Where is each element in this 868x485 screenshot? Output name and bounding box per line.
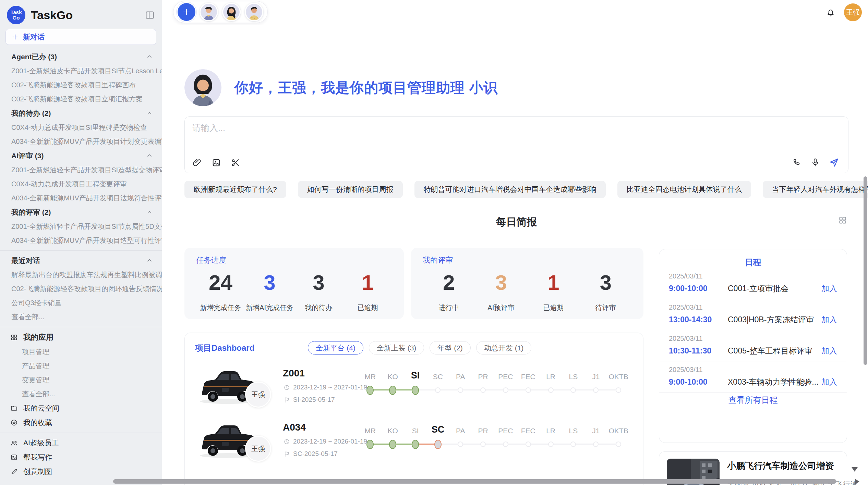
schedule-event: 2025/03/11 10:30-11:30 C005-整车工程目标评审 加入	[659, 330, 847, 361]
divider	[0, 250, 162, 251]
view-all-conversations[interactable]: 查看全部...	[0, 310, 162, 324]
milestone-dot	[503, 387, 508, 393]
section-title: 我的评审 (2)	[11, 208, 146, 217]
briefing-layout-button[interactable]	[838, 216, 847, 225]
milestone-dot	[458, 387, 463, 393]
stat-ai-pre-review: 3 AI预评审	[475, 268, 528, 312]
dashboard-tabs: 全新平台 (4) 全新上装 (3) 年型 (2) 动总开发 (1)	[308, 341, 531, 355]
insert-image-button[interactable]	[212, 158, 221, 167]
milestone-label: KO	[382, 373, 404, 381]
task-item[interactable]: C02-飞腾新能源轻客改款项目里程碑画布	[0, 78, 162, 92]
project-row-z001[interactable]: 王强 Z001 2023-12-19 ~ 2027-01-19 SI-2025-…	[185, 364, 643, 419]
join-link[interactable]: 加入	[821, 314, 837, 325]
event-name: C003|H0B-方案冻结评审	[728, 314, 821, 325]
stat-label: 新增完成任务	[196, 303, 245, 312]
suggestion-chip[interactable]: 比亚迪全固态电池计划具体说了什么	[617, 181, 751, 198]
sidebar-item-help-me-write[interactable]: 帮我写作	[0, 450, 162, 464]
suggestion-chip[interactable]: 欧洲新规最近颁布了什么?	[184, 181, 286, 198]
section-header-agent-done[interactable]: Agent已办 (3)	[0, 50, 162, 64]
voice-call-button[interactable]	[792, 158, 801, 167]
milestone-dot	[593, 442, 599, 447]
join-link[interactable]: 加入	[821, 377, 837, 387]
view-all-schedule-link[interactable]: 查看所有日程	[659, 395, 847, 406]
task-item[interactable]: A034-全新新能源MUV产品开发项目法规符合性评审	[0, 191, 162, 205]
task-item[interactable]: C0X4-动力总成开发项目工程变更评审	[0, 177, 162, 191]
panel-collapse-icon	[145, 10, 155, 20]
stat-label: 已逾期	[527, 303, 580, 312]
section-title: Agent已办 (3)	[11, 52, 146, 62]
milestone-label: PR	[472, 373, 494, 381]
image-icon	[212, 158, 221, 167]
collapse-sidebar-button[interactable]	[145, 10, 155, 20]
tab-new-body[interactable]: 全新上装 (3)	[369, 341, 424, 355]
suggestion-chip[interactable]: 如何写一份清晰的项目周报	[298, 181, 403, 198]
task-item[interactable]: Z001-全新燃油轻卡产品开发项目SI节点属性5D文件评审	[0, 220, 162, 234]
milestone-dot	[593, 387, 599, 393]
milestone-dot-done	[366, 440, 374, 449]
stat-label: 新增AI完成任务	[245, 303, 294, 312]
scroll-down-arrow[interactable]	[852, 467, 858, 472]
notifications-button[interactable]	[825, 7, 836, 17]
section-header-recent-chats[interactable]: 最近对话	[0, 253, 162, 268]
tab-year-model[interactable]: 年型 (2)	[430, 341, 471, 355]
view-all-apps[interactable]: 查看全部...	[0, 387, 162, 401]
sidebar-item-ai-super-staff[interactable]: AI超级员工	[0, 436, 162, 450]
section-header-my-todo[interactable]: 我的待办 (2)	[0, 106, 162, 121]
task-item[interactable]: A034-全新新能源MUV产品开发项目计划变更表编写	[0, 135, 162, 149]
agent-avatar-2[interactable]	[222, 3, 241, 21]
tab-new-platform[interactable]: 全新平台 (4)	[308, 341, 363, 355]
section-header-my-review[interactable]: 我的评审 (2)	[0, 205, 162, 220]
milestone-label: J1	[584, 373, 607, 381]
chat-input[interactable]	[192, 122, 741, 144]
scroll-right-arrow[interactable]	[855, 479, 859, 484]
sidebar-task-lists: Agent已办 (3) Z001-全新燃油皮卡产品开发项目SI节点Lesson …	[0, 50, 162, 248]
task-item[interactable]: C0X4-动力总成开发项目SI里程碑提交物检查	[0, 121, 162, 135]
tab-powertrain[interactable]: 动总开发 (1)	[476, 341, 532, 355]
stat-value: 3	[245, 268, 294, 298]
project-row-a034[interactable]: 王强 A034 2023-12-19 ~ 2026-01-19 SC-2025-…	[185, 419, 643, 473]
join-link[interactable]: 加入	[821, 346, 837, 356]
stat-pending-review: 3 待评审	[580, 268, 632, 312]
conversation-item[interactable]: C02-飞腾新能源轻客改款项目的闭环通告反馈情况	[0, 282, 162, 296]
chevron-up-icon	[146, 110, 153, 117]
user-avatar[interactable]: 王强	[844, 3, 862, 21]
section-header-ai-review[interactable]: AI评审 (3)	[0, 149, 162, 163]
app-item-product-management[interactable]: 产品管理	[0, 359, 162, 373]
sidebar-item-creative-drawing[interactable]: 创意制图	[0, 464, 162, 479]
ai-super-staff-label: AI超级员工	[23, 438, 59, 448]
suggestion-chip[interactable]: 特朗普可能对进口汽车增税会对中国车企造成哪些影响	[414, 181, 606, 198]
milestone-label: OKTB	[607, 427, 630, 435]
event-date: 2025/03/11	[669, 272, 837, 280]
sidebar-item-my-apps[interactable]: 我的应用	[0, 330, 162, 345]
join-link[interactable]: 加入	[821, 283, 837, 294]
milestone-label: FEC	[517, 373, 540, 381]
screenshot-button[interactable]	[231, 158, 240, 167]
new-chat-button[interactable]: 新对话	[5, 29, 156, 45]
task-item[interactable]: A034-全新新能源MUV产品开发项目造型可行性评审	[0, 234, 162, 248]
add-agent-button[interactable]	[178, 3, 195, 21]
pen-icon	[10, 468, 18, 475]
folder-icon	[10, 405, 18, 412]
sidebar-item-my-cloud[interactable]: 我的云空间	[0, 401, 162, 415]
attach-file-button[interactable]	[192, 158, 202, 167]
app-item-change-management[interactable]: 变更管理	[0, 373, 162, 387]
conversation-item[interactable]: 解释最新出台的欧盟报废车法规再生塑料比例被调至15%...	[0, 268, 162, 282]
send-button[interactable]	[829, 157, 839, 167]
task-item[interactable]: Z001-全新燃油皮卡产品开发项目SI节点Lesson Learn报告	[0, 64, 162, 78]
people-icon	[10, 439, 18, 447]
task-item[interactable]: C02-飞腾新能源轻客改款项目立项汇报方案	[0, 92, 162, 106]
suggestion-chip[interactable]: 当下年轻人对汽车外观有怎样的喜好趋势	[763, 181, 868, 198]
microphone-button[interactable]	[810, 158, 820, 167]
conversation-item[interactable]: 公司Q3轻卡销量	[0, 296, 162, 310]
milestone-label: SI	[404, 427, 427, 435]
agent-avatar-1[interactable]	[200, 3, 218, 21]
sidebar-item-my-favorites[interactable]: 我的收藏	[0, 415, 162, 430]
vertical-scrollbar[interactable]	[864, 176, 867, 365]
app-item-project-management[interactable]: 项目管理	[0, 345, 162, 359]
event-date: 2025/03/11	[669, 366, 837, 374]
horizontal-scrollbar[interactable]	[113, 479, 836, 484]
agent-avatar-3[interactable]	[245, 3, 263, 21]
project-id: Z001	[283, 368, 305, 379]
task-item[interactable]: Z001-全新燃油轻卡产品开发项目SI造型提交物评审	[0, 163, 162, 177]
stat-new-done: 24 新增完成任务	[196, 268, 245, 312]
